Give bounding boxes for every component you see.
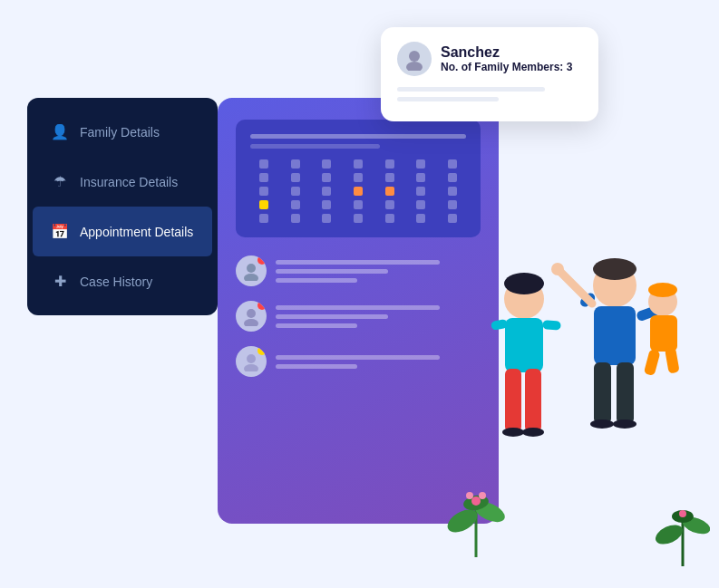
svg-point-18 [593, 258, 636, 280]
person-line-short [276, 323, 357, 328]
svg-rect-29 [644, 349, 661, 376]
cal-dot [322, 200, 331, 209]
svg-point-6 [409, 51, 420, 62]
info-line-2 [397, 97, 499, 101]
svg-rect-12 [542, 320, 561, 331]
cal-dot [448, 200, 457, 209]
svg-point-4 [247, 354, 256, 363]
cal-dot [259, 159, 268, 169]
info-avatar [397, 42, 432, 76]
cal-dot [322, 159, 331, 169]
svg-point-5 [244, 364, 258, 371]
cal-dot [354, 173, 363, 182]
svg-line-31 [560, 272, 592, 304]
cal-dot [291, 187, 300, 196]
app-wrapper: 👤 Family Details ☂ Insurance Details 📅 A… [0, 0, 719, 588]
person-line-long [276, 260, 440, 265]
sidebar-item-label: Appointment Details [80, 225, 193, 239]
cal-dot [385, 200, 394, 209]
cal-dot [354, 159, 363, 169]
cal-dot [416, 200, 425, 209]
svg-point-25 [613, 419, 636, 429]
person-line-short [276, 278, 357, 283]
info-member-count: 3 [567, 61, 573, 73]
cal-dot [291, 214, 300, 223]
cal-dot [448, 159, 457, 169]
avatar-2 [236, 301, 267, 332]
cal-dot [322, 214, 331, 223]
svg-point-16 [522, 428, 544, 437]
cal-dot [416, 214, 425, 223]
cal-header-line-short [250, 144, 380, 149]
cal-dot [416, 187, 425, 196]
svg-point-15 [502, 428, 524, 437]
sidebar-item-label: Case History [80, 275, 152, 289]
svg-rect-28 [650, 315, 677, 352]
sidebar: 👤 Family Details ☂ Insurance Details 📅 A… [27, 98, 218, 315]
info-line-1 [397, 87, 545, 92]
person-line-short [276, 364, 357, 369]
svg-rect-19 [594, 306, 636, 365]
info-card-header: Sanchez No. of Family Members: 3 [397, 42, 582, 76]
info-card: Sanchez No. of Family Members: 3 [381, 27, 598, 121]
avatar-1 [236, 255, 267, 286]
sidebar-item-insurance-details[interactable]: ☂ Insurance Details [33, 157, 212, 207]
cal-dot [416, 159, 425, 169]
calendar-icon: 📅 [51, 223, 69, 240]
sidebar-item-family-details[interactable]: 👤 Family Details [33, 107, 212, 157]
svg-rect-22 [594, 362, 611, 424]
info-subtitle-prefix: No. of Family Members: [441, 61, 567, 73]
svg-point-3 [244, 319, 258, 326]
cal-dot [259, 200, 268, 209]
avatar-3 [236, 346, 267, 377]
cal-dot [291, 159, 300, 169]
umbrella-icon: ☂ [51, 173, 69, 190]
calendar-section [236, 120, 481, 237]
svg-point-2 [247, 309, 256, 318]
svg-rect-14 [525, 369, 541, 432]
cal-dot [354, 187, 363, 196]
cal-dot [354, 214, 363, 223]
cal-dot [448, 173, 457, 182]
sidebar-item-label: Insurance Details [80, 175, 178, 189]
sidebar-item-appointment-details[interactable]: 📅 Appointment Details [33, 207, 212, 256]
family-illustration [438, 222, 701, 570]
calendar-grid [250, 159, 466, 223]
calendar-header [250, 134, 466, 149]
svg-rect-13 [505, 369, 521, 432]
person-icon: 👤 [51, 123, 69, 140]
svg-point-32 [551, 263, 564, 275]
person-line-medium [276, 269, 388, 274]
person-line-medium [276, 314, 388, 319]
cal-dot [259, 187, 268, 196]
svg-rect-10 [505, 318, 543, 372]
svg-point-24 [590, 419, 614, 429]
cal-dot [385, 159, 394, 169]
cal-dot [259, 173, 268, 182]
svg-rect-30 [665, 347, 680, 374]
sidebar-item-label: Family Details [80, 125, 160, 140]
svg-rect-23 [617, 362, 634, 424]
svg-point-0 [247, 264, 256, 273]
svg-point-9 [504, 273, 544, 294]
person-line-long [276, 355, 440, 360]
sidebar-item-case-history[interactable]: ✚ Case History [33, 256, 212, 306]
svg-point-7 [406, 62, 423, 71]
cal-dot [322, 187, 331, 196]
cal-dot [354, 200, 363, 209]
info-name-group: Sanchez No. of Family Members: 3 [441, 44, 572, 73]
cal-dot [385, 173, 394, 182]
person-line-long [276, 305, 440, 310]
cal-dot [448, 187, 457, 196]
info-subtitle: No. of Family Members: 3 [441, 61, 572, 73]
cal-header-line-long [250, 134, 466, 139]
info-name: Sanchez [441, 44, 572, 61]
svg-point-27 [648, 283, 677, 297]
cal-dot [259, 214, 268, 223]
cal-dot [322, 173, 331, 182]
cal-dot [385, 187, 394, 196]
cal-dot [385, 214, 394, 223]
svg-point-1 [244, 274, 258, 281]
cal-dot [291, 200, 300, 209]
plus-icon: ✚ [51, 273, 69, 290]
